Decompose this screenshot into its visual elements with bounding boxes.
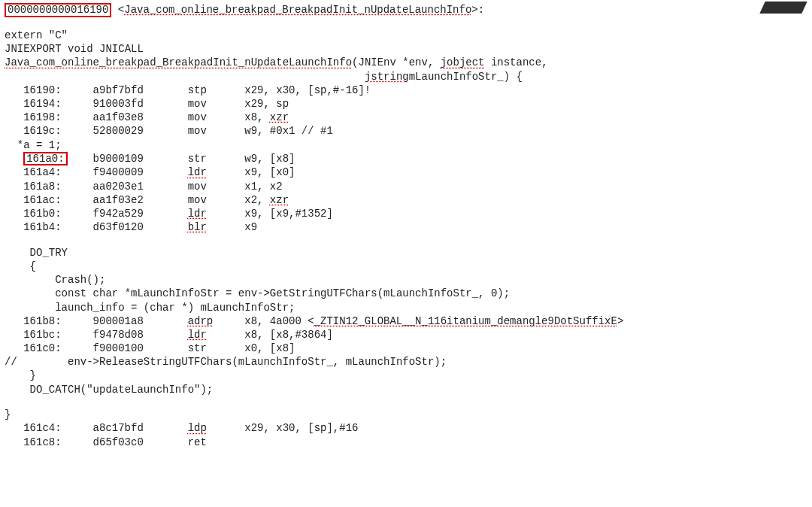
ops: x9, [x0]	[244, 165, 295, 179]
hex: f942a529	[93, 207, 182, 220]
addr: 161ac:	[23, 193, 86, 207]
fn-name: Java_com_online_breakpad_BreakpadInit_nU…	[5, 56, 352, 68]
addr: 161bc:	[23, 328, 86, 342]
inline-comment: // #1	[301, 125, 333, 137]
jobject-kw: jobject	[441, 56, 485, 68]
mnem: mov	[188, 124, 238, 138]
mnem: ldr	[188, 328, 238, 342]
source-fn-signature-line1: Java_com_online_breakpad_BreakpadInit_nU…	[5, 56, 807, 69]
src-getstring: const char *mLaunchInfoStr = env->GetStr…	[5, 287, 807, 300]
asm-row: 161b4: d63f0120 blr x9	[5, 220, 807, 234]
asm-row: 161a0: b9000109 str w9, [x8]	[5, 152, 807, 166]
hex: f9000100	[93, 342, 182, 355]
args1-post: instance,	[485, 56, 548, 68]
mnem: mov	[188, 111, 238, 124]
addr: 161b0:	[23, 207, 86, 220]
args1-pre: (JNIEnv *env,	[352, 56, 441, 68]
args2-post: mLaunchInfoStr_) {	[409, 70, 523, 83]
jstring-kw: jstring	[365, 70, 409, 83]
ops: x8, [x8,#3864]	[244, 328, 333, 342]
addr: 1619c:	[23, 124, 86, 138]
src-commented-release: // env->ReleaseStringUTFChars(mLaunchInf…	[5, 355, 807, 369]
mnem: blr	[188, 220, 238, 234]
hex: a8c17bfd	[93, 421, 182, 435]
hex: aa1f03e8	[93, 111, 182, 124]
ops: x29, x30, [sp],#16	[244, 421, 358, 435]
addr: 161b4:	[23, 220, 86, 234]
addr: 161a0:	[23, 152, 86, 166]
hex: 52800029	[93, 124, 182, 138]
src-do-try: DO_TRY	[5, 246, 807, 260]
mnem: mov	[188, 193, 238, 207]
mnem: ldp	[188, 421, 238, 435]
symbol-name: Java_com_online_breakpad_BreakpadInit_nU…	[124, 4, 471, 16]
mnem: ldr	[188, 207, 238, 220]
addr: 161a4:	[23, 165, 86, 179]
asm-row: 161ac: aa1f03e2 mov x2, xzr	[5, 193, 807, 207]
asm-row: 161bc: f9478d08 ldr x8, [x8,#3864]	[5, 328, 807, 342]
mnem: ldr	[188, 165, 238, 179]
asm-row: 161b0: f942a529 ldr x9, [x9,#1352]	[5, 207, 807, 220]
mnem: ret	[188, 436, 238, 449]
addr: 161b8:	[23, 314, 86, 328]
asm-row: 161a8: aa0203e1 mov x1, x2	[5, 180, 807, 193]
hex: 900001a8	[93, 314, 182, 328]
source-jniexport: JNIEXPORT void JNICALL	[5, 42, 807, 56]
ops: x1, x2	[244, 180, 282, 193]
source-fn-signature-line2: jstring mLaunchInfoStr_) {	[5, 70, 807, 83]
corner-decoration	[759, 2, 807, 14]
addr: 161a8:	[23, 180, 86, 193]
addr: 161c8:	[23, 436, 86, 449]
ops: w9, #0x1	[244, 124, 295, 138]
ops: x9	[244, 220, 257, 234]
angle-close: >:	[471, 4, 484, 16]
ops: x2, xzr	[244, 193, 289, 207]
asm-row: 1619c: 52800029 mov w9, #0x1 // #1	[5, 124, 807, 138]
asm-row: 161b8: 900001a8 adrp x8, 4a000 <_ZTIN12_…	[5, 314, 807, 328]
ops: x29, sp	[244, 97, 289, 111]
asm-row: 16190: a9bf7bfd stp x29, x30, [sp,#-16]!	[5, 83, 807, 97]
hex: d65f03c0	[93, 436, 182, 449]
mnem: adrp	[188, 314, 238, 328]
addr: 16194:	[23, 97, 86, 111]
ops: w9, [x8]	[244, 152, 295, 165]
mnem: str	[188, 342, 238, 355]
addr: 16198:	[23, 111, 86, 124]
ops: x8, xzr	[244, 111, 289, 124]
hex: aa1f03e2	[93, 193, 182, 207]
boxed-offset-address: 161a0:	[23, 152, 67, 166]
asm-row: 161c0: f9000100 str x0, [x8]	[5, 342, 807, 355]
disasm-header: 0000000000016190 <Java_com_online_breakp…	[5, 3, 807, 17]
hex: f9400009	[93, 165, 182, 179]
source-assign: *a = 1;	[5, 138, 807, 152]
ops: x8, 4a000 <_ZTIN12_GLOBAL__N_116itanium_…	[244, 314, 623, 328]
hex: f9478d08	[93, 328, 182, 342]
source-extern: extern "C"	[5, 29, 807, 42]
hex: 910003fd	[93, 97, 182, 111]
addr: 161c4:	[23, 421, 86, 435]
hex: a9bf7bfd	[93, 83, 182, 97]
boxed-start-address: 0000000000016190	[5, 3, 111, 17]
hex: aa0203e1	[93, 180, 182, 193]
src-crash: Crash();	[5, 273, 807, 287]
mnem: str	[188, 152, 238, 165]
addr: 161c0:	[23, 342, 86, 355]
src-brace: {	[5, 260, 807, 273]
ops: x9, [x9,#1352]	[244, 207, 333, 220]
asm-row: 16194: 910003fd mov x29, sp	[5, 97, 807, 111]
src-launchinfo: launch_info = (char *) mLaunchInfoStr;	[5, 301, 807, 314]
mnem: mov	[188, 180, 238, 193]
asm-row: 161c8: d65f03c0 ret	[5, 436, 807, 449]
src-do-catch: DO_CATCH("updateLaunchInfo");	[5, 383, 807, 396]
hex: b9000109	[93, 152, 182, 165]
asm-row: 16198: aa1f03e8 mov x8, xzr	[5, 111, 807, 124]
src-outer-close: }	[5, 408, 807, 421]
ops: x0, [x8]	[244, 342, 295, 355]
addr: 16190:	[23, 83, 86, 97]
src-brace-close: }	[5, 369, 807, 382]
mnem: mov	[188, 97, 238, 111]
ops: x29, x30, [sp,#-16]!	[244, 83, 371, 97]
asm-row: 161c4: a8c17bfd ldp x29, x30, [sp],#16	[5, 421, 807, 435]
angle-open: <	[111, 4, 124, 16]
mnem: stp	[188, 83, 238, 97]
